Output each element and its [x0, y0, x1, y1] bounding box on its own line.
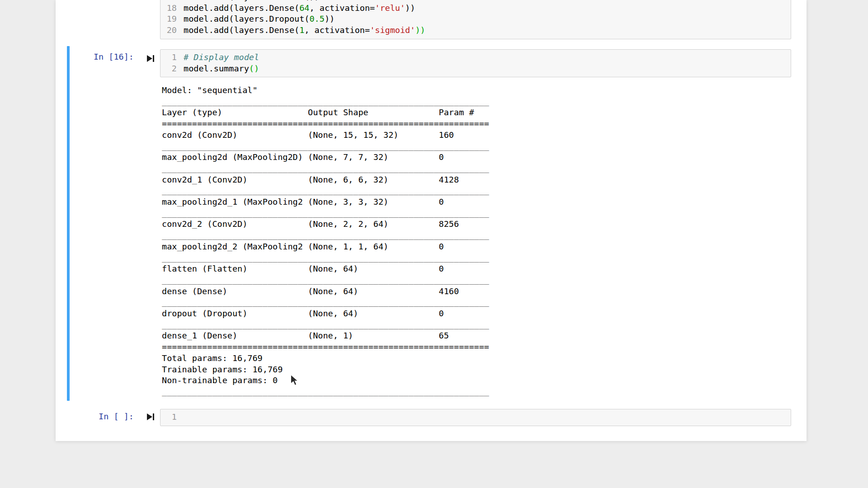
code-text: model.add(layers.Dense(1, activation='si… — [177, 25, 425, 36]
line-number: 1 — [160, 52, 177, 63]
run-cell-icon[interactable] — [146, 55, 155, 62]
code-input-area-empty[interactable]: 1 — [160, 409, 791, 426]
code-text: model.summary() — [177, 63, 259, 75]
input-prompt: In [16]: — [56, 52, 134, 63]
input-prompt-empty: In [ ]: — [56, 411, 134, 422]
code-text — [177, 412, 184, 423]
line-number: 19 — [160, 14, 177, 25]
line-number: 20 — [160, 25, 177, 36]
code-line: 1# Display model — [160, 52, 791, 63]
code-line: 2model.summary() — [160, 63, 791, 75]
line-number: 18 — [160, 3, 177, 14]
notebook-container: 17model.add(layers.Flatten())18model.add… — [56, 0, 807, 441]
output-area: Model: "sequential" ____________________… — [162, 85, 489, 398]
code-text: model.add(layers.Dense(64, activation='r… — [177, 3, 415, 14]
code-input-area-partial[interactable]: 17model.add(layers.Flatten())18model.add… — [160, 0, 791, 39]
code-line: 19model.add(layers.Dropout(0.5)) — [160, 14, 791, 25]
code-text: # Display model — [177, 52, 259, 63]
code-line: 18model.add(layers.Dense(64, activation=… — [160, 3, 791, 14]
line-number: 1 — [160, 412, 177, 423]
code-line: 20model.add(layers.Dense(1, activation='… — [160, 25, 791, 36]
code-line: 1 — [160, 412, 791, 423]
run-cell-icon[interactable] — [146, 413, 155, 421]
selected-cell-indicator — [67, 46, 70, 401]
code-input-area-16[interactable]: 1# Display model2model.summary() — [160, 49, 791, 77]
code-text: model.add(layers.Dropout(0.5)) — [177, 14, 335, 25]
line-number: 2 — [160, 63, 177, 75]
